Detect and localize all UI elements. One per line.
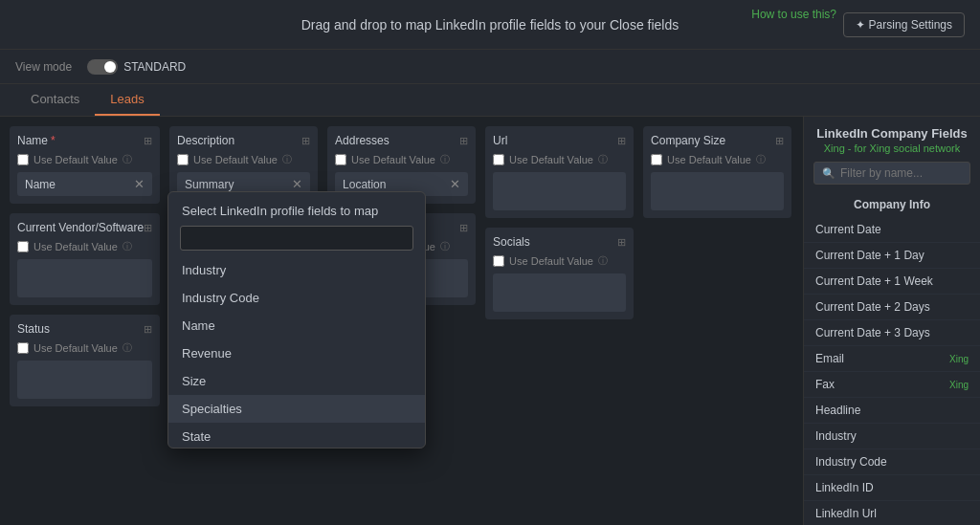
info-icon-socials: ⓘ bbox=[598, 254, 608, 268]
info-icon-desc: ⓘ bbox=[282, 153, 292, 166]
field-expand-icon[interactable]: ⊞ bbox=[144, 135, 152, 147]
xing-badge: Xing bbox=[949, 354, 969, 364]
right-panel-item[interactable]: Current Date + 3 Days bbox=[804, 320, 980, 346]
use-default-row-status: Use Default Value ⓘ bbox=[17, 341, 152, 355]
field-expand-icon-addr[interactable]: ⊞ bbox=[459, 135, 468, 147]
field-column-url: Url ⊞ Use Default Value ⓘ bbox=[485, 126, 634, 218]
how-to-link[interactable]: How to use this? bbox=[751, 8, 836, 21]
field-expand-icon-desc[interactable]: ⊞ bbox=[301, 135, 310, 147]
field-expand-icon-url[interactable]: ⊞ bbox=[617, 135, 626, 147]
field-header-socials: Socials ⊞ bbox=[493, 235, 626, 249]
header-title: Drag and drop to map LinkedIn profile fi… bbox=[301, 17, 679, 33]
field-header-addresses: Addresses ⊞ bbox=[335, 134, 468, 147]
field-empty-url bbox=[493, 172, 626, 210]
info-icon-url: ⓘ bbox=[598, 153, 608, 166]
tabs-bar: Contacts Leads bbox=[0, 84, 980, 117]
use-default-checkbox-addr[interactable] bbox=[335, 154, 346, 165]
field-empty-vendor bbox=[17, 259, 152, 297]
use-default-row-socials: Use Default Value ⓘ bbox=[493, 254, 626, 268]
dropdown-modal-list: Industry Industry Code Name Revenue Size… bbox=[168, 256, 425, 448]
field-header-vendor: Current Vendor/Software ⊞ bbox=[17, 221, 152, 234]
dropdown-item-industry[interactable]: Industry bbox=[168, 256, 425, 284]
field-column-status: Status ⊞ Use Default Value ⓘ bbox=[10, 315, 160, 406]
use-default-checkbox-desc[interactable] bbox=[177, 154, 189, 165]
right-panel-title: LinkedIn Company Fields bbox=[804, 117, 980, 142]
tab-leads[interactable]: Leads bbox=[95, 84, 159, 116]
field-expand-icon-vendor[interactable]: ⊞ bbox=[144, 222, 152, 234]
field-column-name: Name* ⊞ Use Default Value ⓘ Name ✕ bbox=[10, 126, 160, 204]
search-icon: 🔍 bbox=[822, 167, 835, 180]
standard-label: STANDARD bbox=[123, 60, 186, 74]
field-expand-icon-socials[interactable]: ⊞ bbox=[617, 236, 626, 249]
dropdown-item-industrycode[interactable]: Industry Code bbox=[168, 284, 425, 312]
use-default-row-url: Use Default Value ⓘ bbox=[493, 153, 626, 166]
field-header-status: Status ⊞ bbox=[17, 322, 152, 336]
info-icon-vendor: ⓘ bbox=[122, 240, 132, 253]
field-header-url: Url ⊞ bbox=[493, 134, 626, 147]
field-value-name[interactable]: Name ✕ bbox=[17, 172, 152, 196]
right-panel-item[interactable]: Current Date bbox=[804, 217, 980, 243]
dropdown-modal-search-input[interactable] bbox=[180, 226, 413, 251]
info-icon-addr: ⓘ bbox=[440, 153, 450, 166]
right-panel-item[interactable]: Current Date + 1 Week bbox=[804, 269, 980, 295]
right-panel-item-industrycode[interactable]: Industry Code bbox=[804, 449, 980, 475]
parsing-settings-button[interactable]: ✦ Parsing Settings bbox=[843, 12, 965, 37]
field-header-name: Name* ⊞ bbox=[17, 134, 152, 147]
use-default-checkbox-socials[interactable] bbox=[493, 255, 504, 267]
dropdown-item-specialties[interactable]: Specialties bbox=[168, 395, 425, 423]
info-icon-cs: ⓘ bbox=[756, 153, 766, 166]
field-empty-socials bbox=[493, 273, 626, 312]
dropdown-item-revenue[interactable]: Revenue bbox=[168, 339, 425, 367]
use-default-row-desc: Use Default Value ⓘ bbox=[177, 153, 310, 166]
field-column-socials: Socials ⊞ Use Default Value ⓘ bbox=[485, 228, 634, 319]
use-default-row-vendor: Use Default Value ⓘ bbox=[17, 240, 152, 253]
toggle-dot bbox=[87, 59, 118, 75]
clear-desc-button[interactable]: ✕ bbox=[292, 177, 302, 191]
field-empty-cs bbox=[651, 172, 784, 210]
field-empty-status bbox=[17, 361, 152, 399]
right-panel-item-fax[interactable]: Fax Xing bbox=[804, 372, 980, 398]
xing-badge: Xing bbox=[949, 380, 969, 390]
use-default-checkbox[interactable] bbox=[17, 154, 29, 165]
info-icon: ⓘ bbox=[122, 153, 132, 166]
right-panel-section-title: Company Info bbox=[804, 192, 980, 217]
right-panel-search-input[interactable] bbox=[840, 166, 962, 180]
field-column-companysize: Company Size ⊞ Use Default Value ⓘ bbox=[643, 126, 791, 218]
dropdown-item-name[interactable]: Name bbox=[168, 312, 425, 339]
right-panel-item[interactable]: Current Date + 2 Days bbox=[804, 295, 980, 320]
use-default-checkbox-status[interactable] bbox=[17, 342, 29, 354]
dropdown-item-size[interactable]: Size bbox=[168, 367, 425, 395]
right-panel-item-industry[interactable]: Industry bbox=[804, 424, 980, 449]
use-default-checkbox-url[interactable] bbox=[493, 154, 504, 165]
right-panel-item-headline[interactable]: Headline bbox=[804, 398, 980, 424]
info-icon-lo: ⓘ bbox=[440, 240, 450, 253]
right-panel-item-email[interactable]: Email Xing bbox=[804, 346, 980, 372]
clear-addr-button[interactable]: ✕ bbox=[450, 177, 460, 191]
field-header-companysize: Company Size ⊞ bbox=[651, 134, 784, 147]
field-expand-icon-cs[interactable]: ⊞ bbox=[775, 135, 784, 147]
use-default-checkbox-vendor[interactable] bbox=[17, 241, 29, 252]
right-panel-item-linkedinurl[interactable]: LinkedIn Url bbox=[804, 501, 980, 525]
field-expand-icon-status[interactable]: ⊞ bbox=[144, 323, 152, 336]
main-content: Name* ⊞ Use Default Value ⓘ Name ✕ Curre… bbox=[0, 117, 980, 525]
use-default-row: Use Default Value ⓘ bbox=[17, 153, 152, 166]
use-default-row-cs: Use Default Value ⓘ bbox=[651, 153, 784, 166]
clear-name-button[interactable]: ✕ bbox=[134, 177, 145, 191]
tab-contacts[interactable]: Contacts bbox=[15, 84, 95, 116]
right-panel-item[interactable]: Current Date + 1 Day bbox=[804, 243, 980, 269]
use-default-row-addr: Use Default Value ⓘ bbox=[335, 153, 468, 166]
right-panel-items-list: Current Date Current Date + 1 Day Curren… bbox=[804, 217, 980, 525]
field-expand-icon-lo[interactable]: ⊞ bbox=[459, 222, 468, 234]
right-panel-search-box: 🔍 bbox=[813, 162, 970, 185]
toolbar: View mode STANDARD bbox=[0, 50, 980, 84]
view-mode-toggle[interactable]: STANDARD bbox=[87, 59, 186, 75]
right-panel: LinkedIn Company Fields Xing - for Xing … bbox=[803, 117, 980, 525]
dropdown-item-state[interactable]: State bbox=[168, 423, 425, 448]
view-mode-label: View mode bbox=[15, 60, 72, 74]
field-header-description: Description ⊞ bbox=[177, 134, 310, 147]
use-default-checkbox-cs[interactable] bbox=[651, 154, 662, 165]
right-panel-item-linkedinid[interactable]: LinkedIn ID bbox=[804, 475, 980, 501]
dropdown-modal: Select LinkedIn profile fields to map In… bbox=[167, 191, 426, 448]
field-column-vendor: Current Vendor/Software ⊞ Use Default Va… bbox=[10, 213, 160, 305]
right-panel-subtitle: Xing - for Xing social network bbox=[804, 142, 980, 162]
